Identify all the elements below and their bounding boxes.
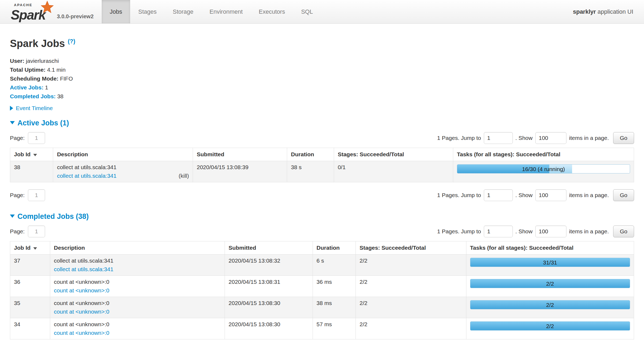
- spark-version: 3.0.0-preview2: [57, 13, 94, 20]
- submitted-cell: 2020/04/15 13:08:39: [193, 161, 287, 182]
- stage-link[interactable]: collect at utils.scala:341: [57, 173, 116, 179]
- job-id-cell: 34: [10, 318, 50, 339]
- tasks-cell: 2/2: [466, 318, 634, 339]
- jump-to-input[interactable]: [484, 189, 513, 201]
- page-title-text: Spark Jobs: [10, 38, 65, 49]
- sort-descending-icon: [33, 247, 37, 250]
- items-text: items in a page.: [569, 135, 609, 141]
- kill-link[interactable]: (kill): [179, 173, 189, 179]
- job-description-sub: collect at utils.scala:341: [54, 266, 221, 273]
- column-header-job-id[interactable]: Job Id: [10, 148, 53, 161]
- jump-to-input[interactable]: [484, 132, 513, 144]
- column-header-submitted[interactable]: Submitted: [193, 148, 287, 161]
- column-header-duration[interactable]: Duration: [287, 148, 334, 161]
- description-cell: collect at utils.scala:341collect at uti…: [53, 161, 193, 182]
- summary-link-label[interactable]: Active Jobs:: [10, 84, 43, 90]
- go-button[interactable]: Go: [613, 226, 634, 237]
- job-description: count at <unknown>:0: [54, 279, 221, 285]
- help-link[interactable]: (?): [68, 38, 75, 45]
- stage-link[interactable]: count at <unknown>:0: [54, 287, 109, 294]
- column-header-duration[interactable]: Duration: [313, 241, 356, 254]
- page-number-input[interactable]: [28, 132, 45, 144]
- show-text: . Show: [515, 192, 533, 198]
- pages-jump-text: 1 Pages. Jump to: [437, 228, 481, 235]
- column-header-description[interactable]: Description: [53, 148, 193, 161]
- stage-link[interactable]: collect at utils.scala:341: [54, 266, 114, 273]
- page-number-input[interactable]: [28, 226, 45, 237]
- page-label: Page:: [10, 192, 25, 198]
- job-id-cell: 38: [10, 161, 53, 182]
- job-row-36: 36count at <unknown>:0count at <unknown>…: [10, 275, 634, 297]
- summary-link-label[interactable]: Completed Jobs:: [10, 93, 56, 99]
- job-description-sub: collect at utils.scala:341(kill): [57, 173, 189, 179]
- column-header-tasks[interactable]: Tasks (for all stages): Succeeded/Total: [453, 148, 634, 161]
- summary-line: User: javierluraschi: [10, 56, 634, 65]
- active-table-head: Job IdDescriptionSubmittedDurationStages…: [10, 148, 634, 161]
- page-size-input[interactable]: [535, 132, 566, 144]
- summary-line: Scheduling Mode: FIFO: [10, 74, 634, 83]
- stages-cell: 2/2: [356, 297, 466, 318]
- job-row-37: 37collect at utils.scala:341collect at u…: [10, 254, 634, 275]
- tasks-cell: 31/31: [466, 254, 634, 275]
- column-header-tasks[interactable]: Tasks (for all stages): Succeeded/Total: [466, 241, 634, 254]
- spark-logo[interactable]: APACHE Spark: [11, 2, 53, 21]
- page-size-input[interactable]: [535, 189, 566, 201]
- summary-value: 4.1 min: [46, 67, 66, 73]
- tab-executors[interactable]: Executors: [251, 0, 293, 23]
- active-table-body: 38collect at utils.scala:341collect at u…: [10, 161, 634, 182]
- collapse-arrow-icon: [10, 121, 15, 124]
- duration-cell: 6 s: [313, 254, 356, 275]
- summary-line: Completed Jobs: 38: [10, 92, 634, 101]
- column-header-description[interactable]: Description: [50, 241, 225, 254]
- submitted-cell: 2020/04/15 13:08:30: [225, 297, 313, 318]
- job-description-sub: count at <unknown>:0: [54, 309, 221, 315]
- tab-storage[interactable]: Storage: [165, 0, 202, 23]
- stages-cell: 2/2: [356, 275, 466, 297]
- summary-label: Scheduling Mode:: [10, 75, 58, 82]
- completed-jobs-section-toggle[interactable]: Completed Jobs (38): [10, 212, 634, 221]
- completed-jobs-table: Job IdDescriptionSubmittedDurationStages…: [10, 241, 634, 339]
- tab-stages[interactable]: Stages: [130, 0, 165, 23]
- progress-label: 2/2: [470, 322, 630, 330]
- job-description-sub: count at <unknown>:0: [54, 330, 221, 336]
- active-jobs-table: Job IdDescriptionSubmittedDurationStages…: [10, 148, 634, 182]
- collapse-arrow-icon: [10, 215, 15, 218]
- duration-cell: 38 s: [287, 161, 334, 182]
- job-row-35: 35count at <unknown>:0count at <unknown>…: [10, 297, 634, 318]
- navbar-brand: APACHE Spark 3.0.0-preview2: [11, 0, 94, 23]
- event-timeline-toggle[interactable]: Event Timeline: [10, 105, 634, 111]
- column-header-submitted[interactable]: Submitted: [225, 241, 313, 254]
- progress-label: 2/2: [470, 279, 630, 288]
- page-title: Spark Jobs (?): [10, 35, 634, 49]
- page-content: Spark Jobs (?) User: javierluraschiTotal…: [0, 35, 644, 339]
- page-number-input[interactable]: [28, 189, 45, 201]
- tab-sql[interactable]: SQL: [293, 0, 321, 23]
- column-header-job-id[interactable]: Job Id: [10, 241, 50, 254]
- nav-tabs: JobsStagesStorageEnvironmentExecutorsSQL: [102, 0, 321, 23]
- tab-jobs[interactable]: Jobs: [102, 0, 130, 23]
- stage-link[interactable]: count at <unknown>:0: [54, 309, 109, 315]
- summary-list: User: javierluraschiTotal Uptime: 4.1 mi…: [10, 56, 634, 101]
- task-progress-bar: 2/2: [470, 321, 630, 331]
- active-jobs-section-toggle[interactable]: Active Jobs (1): [10, 119, 634, 127]
- job-row-34: 34count at <unknown>:0count at <unknown>…: [10, 318, 634, 339]
- page-size-input[interactable]: [535, 226, 566, 237]
- progress-label: 31/31: [470, 258, 630, 267]
- tasks-cell: 2/2: [466, 297, 634, 318]
- show-text: . Show: [515, 228, 533, 235]
- column-header-stages[interactable]: Stages: Succeeded/Total: [334, 148, 453, 161]
- submitted-cell: 2020/04/15 13:08:32: [225, 254, 313, 275]
- go-button[interactable]: Go: [613, 132, 634, 144]
- stage-link[interactable]: count at <unknown>:0: [54, 330, 109, 336]
- jump-to-input[interactable]: [484, 226, 513, 237]
- app-name: sparklyr: [573, 8, 596, 15]
- job-id-cell: 36: [10, 275, 50, 297]
- submitted-cell: 2020/04/15 13:08:31: [225, 275, 313, 297]
- spark-label: Spark: [11, 8, 45, 22]
- page-label: Page:: [10, 228, 25, 235]
- tab-environment[interactable]: Environment: [202, 0, 251, 23]
- show-text: . Show: [515, 135, 533, 141]
- column-header-stages[interactable]: Stages: Succeeded/Total: [356, 241, 466, 254]
- summary-label: Total Uptime:: [10, 67, 46, 73]
- go-button[interactable]: Go: [613, 189, 634, 201]
